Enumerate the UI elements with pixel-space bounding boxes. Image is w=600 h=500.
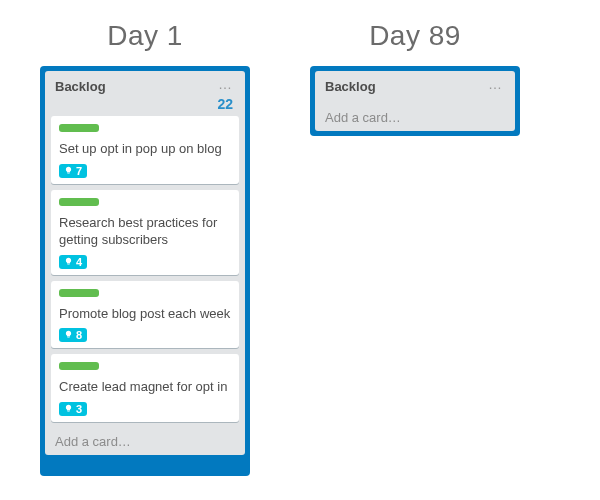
- add-card-button[interactable]: Add a card…: [321, 104, 509, 127]
- list-backlog-day1: Backlog … 22 Set up opt in pop up on blo…: [45, 71, 245, 455]
- vote-count: 7: [76, 165, 82, 177]
- list-count-row: 22: [51, 96, 239, 116]
- board-day1: Backlog … 22 Set up opt in pop up on blo…: [40, 66, 250, 476]
- label-green[interactable]: [59, 362, 99, 370]
- list-menu-icon[interactable]: …: [216, 79, 235, 89]
- list-menu-icon[interactable]: …: [486, 79, 505, 89]
- card[interactable]: Research best practices for getting subs…: [51, 190, 239, 275]
- add-card-button[interactable]: Add a card…: [51, 428, 239, 451]
- label-green[interactable]: [59, 289, 99, 297]
- label-green[interactable]: [59, 198, 99, 206]
- lightbulb-icon: [64, 403, 73, 415]
- card[interactable]: Promote blog post each week 8: [51, 281, 239, 349]
- vote-badge: 4: [59, 255, 87, 269]
- card-count-badge: 22: [217, 96, 233, 112]
- card-badges: 7: [59, 164, 231, 178]
- card-title: Promote blog post each week: [59, 305, 231, 323]
- vote-count: 4: [76, 256, 82, 268]
- card-title: Research best practices for getting subs…: [59, 214, 231, 249]
- vote-badge: 3: [59, 402, 87, 416]
- list-header: Backlog …: [321, 77, 509, 104]
- card-title: Create lead magnet for opt in: [59, 378, 231, 396]
- lightbulb-icon: [64, 256, 73, 268]
- column-title: Day 1: [107, 20, 183, 52]
- column-day89: Day 89 Backlog … Add a card…: [310, 20, 520, 136]
- list-title[interactable]: Backlog: [55, 79, 106, 94]
- cards-container: Set up opt in pop up on blog 7: [51, 116, 239, 428]
- list-backlog-day89: Backlog … Add a card…: [315, 71, 515, 131]
- label-green[interactable]: [59, 124, 99, 132]
- list-header: Backlog …: [51, 77, 239, 96]
- card-badges: 3: [59, 402, 231, 416]
- vote-badge: 8: [59, 328, 87, 342]
- card[interactable]: Create lead magnet for opt in 3: [51, 354, 239, 422]
- card-badges: 4: [59, 255, 231, 269]
- vote-count: 3: [76, 403, 82, 415]
- lightbulb-icon: [64, 165, 73, 177]
- card-badges: 8: [59, 328, 231, 342]
- card[interactable]: Set up opt in pop up on blog 7: [51, 116, 239, 184]
- column-title: Day 89: [369, 20, 461, 52]
- column-day1: Day 1 Backlog … 22 Set up opt in pop up …: [40, 20, 250, 476]
- board-day89: Backlog … Add a card…: [310, 66, 520, 136]
- vote-badge: 7: [59, 164, 87, 178]
- vote-count: 8: [76, 329, 82, 341]
- list-title[interactable]: Backlog: [325, 79, 376, 94]
- lightbulb-icon: [64, 329, 73, 341]
- card-title: Set up opt in pop up on blog: [59, 140, 231, 158]
